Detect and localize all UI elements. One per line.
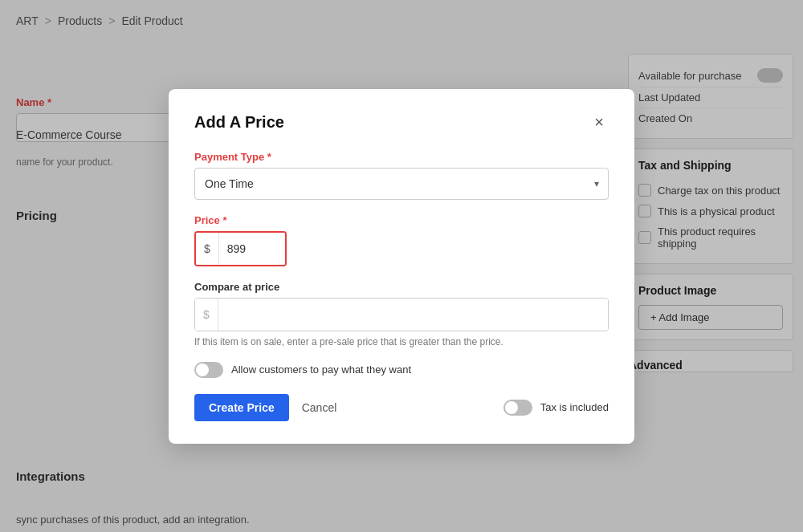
tax-included-toggle[interactable] <box>503 400 532 416</box>
tax-included-row: Tax is included <box>503 400 609 416</box>
modal-title: Add A Price <box>194 113 284 132</box>
payment-type-select[interactable]: One Time Subscription Payment Plan <box>194 168 609 200</box>
payment-type-select-wrapper: One Time Subscription Payment Plan ▾ <box>194 168 609 200</box>
footer-left-actions: Create Price Cancel <box>194 394 340 421</box>
price-input-wrapper: $ <box>194 231 287 266</box>
compare-price-label: Compare at price <box>194 281 609 293</box>
tax-included-label: Tax is included <box>540 401 609 413</box>
sale-hint: If this item is on sale, enter a pre-sal… <box>194 336 609 347</box>
pay-what-want-label: Allow customers to pay what they want <box>231 363 411 376</box>
price-required: * <box>222 214 226 226</box>
create-price-button[interactable]: Create Price <box>194 394 289 421</box>
add-price-modal: Add A Price × Payment Type * One Time Su… <box>169 89 634 444</box>
payment-type-label: Payment Type * <box>194 151 609 163</box>
compare-price-input[interactable] <box>218 298 608 331</box>
compare-currency-symbol: $ <box>195 298 218 331</box>
price-input[interactable] <box>219 233 285 265</box>
price-label: Price * <box>194 214 609 226</box>
modal-overlay: Add A Price × Payment Type * One Time Su… <box>0 0 803 532</box>
payment-type-required: * <box>267 151 271 163</box>
cancel-button[interactable]: Cancel <box>299 394 340 421</box>
compare-input-wrapper: $ <box>194 298 609 331</box>
payment-type-group: Payment Type * One Time Subscription Pay… <box>194 151 609 200</box>
modal-header: Add A Price × <box>194 112 609 133</box>
modal-close-button[interactable]: × <box>589 112 609 133</box>
pay-what-want-row: Allow customers to pay what they want <box>194 362 609 378</box>
modal-footer: Create Price Cancel Tax is included <box>194 394 609 421</box>
price-group: Price * $ <box>194 214 609 266</box>
price-currency-symbol: $ <box>196 233 219 265</box>
pay-what-want-toggle[interactable] <box>194 362 223 378</box>
compare-price-group: Compare at price $ If this item is on sa… <box>194 281 609 347</box>
